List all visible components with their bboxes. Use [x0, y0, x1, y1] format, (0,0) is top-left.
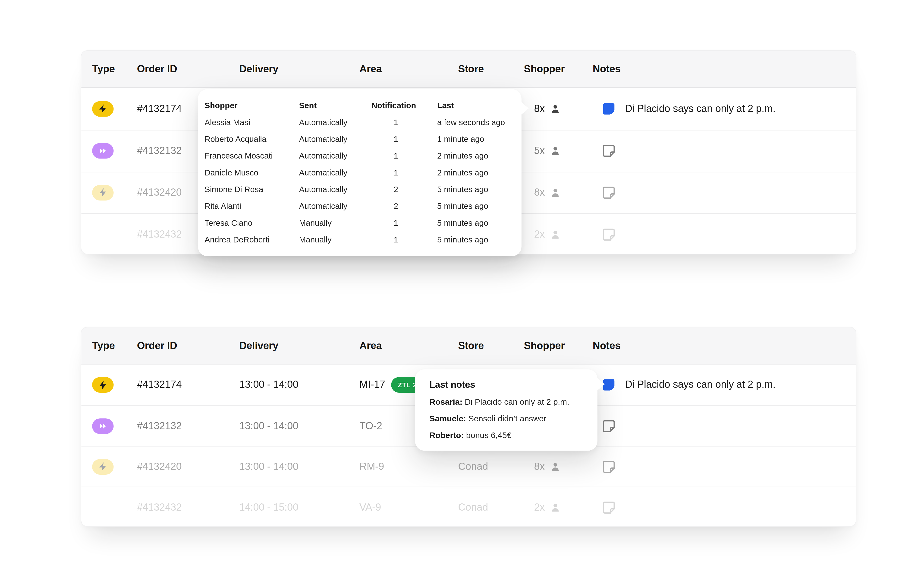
- note-line: Rosaria: Di Placido can only at 2 p.m.: [429, 394, 583, 411]
- sent-mode: Automatically: [299, 134, 371, 143]
- popover-column-notification: Notification: [372, 101, 420, 110]
- notification-count: 1: [372, 151, 420, 160]
- column-header-delivery: Delivery: [239, 340, 359, 352]
- last-time: 5 minutes ago: [420, 185, 512, 194]
- shopper-cell[interactable]: 2x: [524, 229, 592, 241]
- delivery-window: 13:00 - 14:00: [239, 461, 359, 473]
- delivery-window: 13:00 - 14:00: [239, 379, 359, 391]
- notes-cell[interactable]: [592, 185, 856, 200]
- notification-count: 2: [372, 185, 420, 194]
- type-badge-forward: [92, 418, 114, 434]
- table-row[interactable]: #4132420 13:00 - 14:00 RM-9 Conad 8x: [81, 446, 856, 487]
- popover-column-sent: Sent: [299, 101, 371, 110]
- area-code: MI-17: [359, 379, 385, 391]
- delivery-window: 13:00 - 14:00: [239, 420, 359, 432]
- type-badge-instant: [92, 101, 114, 117]
- notes-cell[interactable]: [592, 227, 856, 241]
- notes-cell[interactable]: [592, 418, 856, 433]
- last-time: 2 minutes ago: [420, 151, 512, 160]
- note-icon: [602, 185, 616, 200]
- shopper-count: 2x: [534, 501, 544, 513]
- notes-cell[interactable]: [592, 144, 856, 158]
- column-header-type: Type: [92, 340, 137, 352]
- popover-row: Daniele Musco Automatically 1 2 minutes …: [204, 164, 512, 181]
- store-name: Conad: [458, 461, 524, 473]
- popover-row: Andrea DeRoberti Manually 1 5 minutes ag…: [204, 231, 512, 248]
- sent-mode: Automatically: [299, 117, 371, 126]
- column-header-type: Type: [92, 63, 137, 75]
- popover-arrow: [597, 378, 604, 391]
- note-icon: [602, 500, 616, 515]
- note-text: Di Placido says can only at 2 p.m.: [625, 379, 776, 391]
- column-header-notes: Notes: [592, 340, 856, 352]
- last-notes-title: Last notes: [429, 378, 583, 391]
- note-line: Samuele: Sensoli didn’t answer: [429, 411, 583, 428]
- last-time: a few seconds ago: [420, 117, 512, 126]
- person-icon: [550, 229, 560, 240]
- last-time: 5 minutes ago: [420, 235, 512, 244]
- sent-mode: Automatically: [299, 151, 371, 160]
- person-icon: [550, 502, 560, 512]
- shopper-cell[interactable]: 5x: [524, 145, 592, 157]
- order-id: #4132174: [137, 379, 239, 391]
- column-header-notes: Notes: [592, 63, 856, 75]
- notes-cell[interactable]: Di Placido says can only at 2 p.m.: [592, 102, 856, 116]
- note-icon: [602, 459, 616, 474]
- last-time: 5 minutes ago: [420, 218, 512, 227]
- shopper-cell[interactable]: 8x: [524, 103, 592, 115]
- table-header: Type Order ID Delivery Area Store Shoppe…: [81, 51, 856, 88]
- popover-row: Teresa Ciano Manually 1 5 minutes ago: [204, 214, 512, 231]
- note-body: Di Placido can only at 2 p.m.: [465, 397, 570, 406]
- notification-count: 1: [372, 134, 420, 143]
- area-code: RM-9: [359, 461, 458, 473]
- popover-row: Roberto Acqualia Automatically 1 1 minut…: [204, 131, 512, 147]
- shopper-cell[interactable]: 8x: [524, 461, 592, 473]
- shopper-cell[interactable]: 2x: [524, 501, 592, 513]
- popover-column-last: Last: [420, 101, 512, 110]
- table-header: Type Order ID Delivery Area Store Shoppe…: [81, 328, 856, 364]
- table-row[interactable]: #4132432 14:00 - 15:00 VA-9 Conad 2x: [81, 487, 856, 527]
- note-author: Samuele:: [429, 414, 466, 423]
- order-id: #4132432: [137, 501, 239, 513]
- column-header-area: Area: [359, 340, 458, 352]
- sent-mode: Automatically: [299, 202, 371, 211]
- notification-count: 1: [372, 235, 420, 244]
- person-icon: [550, 187, 560, 198]
- person-icon: [550, 146, 560, 156]
- shopper-count: 8x: [534, 103, 544, 115]
- note-line: Roberto: bonus 6,45€: [429, 428, 583, 444]
- lightning-icon: [98, 104, 108, 114]
- area-code: VA-9: [359, 501, 458, 513]
- popover-column-shopper: Shopper: [204, 101, 299, 110]
- shopper-notifications-popover: Shopper Sent Notification Last Alessia M…: [198, 89, 522, 256]
- column-header-order-id: Order ID: [137, 63, 239, 75]
- shopper-count: 5x: [534, 145, 544, 157]
- person-icon: [550, 103, 560, 114]
- shopper-cell[interactable]: 8x: [524, 187, 592, 199]
- popover-row: Francesca Moscati Automatically 1 2 minu…: [204, 147, 512, 164]
- popover-row: Simone Di Rosa Automatically 2 5 minutes…: [204, 181, 512, 197]
- last-time: 1 minute ago: [420, 134, 512, 143]
- notification-count: 1: [372, 168, 420, 177]
- sent-mode: Automatically: [299, 185, 371, 194]
- sent-mode: Manually: [299, 218, 371, 227]
- notes-cell[interactable]: [592, 500, 856, 515]
- shopper-name: Alessia Masi: [204, 117, 299, 126]
- type-badge-instant-faded: [92, 459, 114, 474]
- lightning-icon: [98, 380, 108, 390]
- type-badge-instant-faded: [92, 185, 114, 200]
- notes-cell[interactable]: Di Placido says can only at 2 p.m.: [592, 378, 856, 392]
- column-header-shopper: Shopper: [524, 63, 592, 75]
- note-author: Roberto:: [429, 431, 464, 440]
- sent-mode: Automatically: [299, 168, 371, 177]
- type-badge-instant: [92, 377, 114, 393]
- shopper-name: Francesca Moscati: [204, 151, 299, 160]
- notes-cell[interactable]: [592, 459, 856, 474]
- column-header-shopper: Shopper: [524, 340, 592, 352]
- shopper-name: Andrea DeRoberti: [204, 235, 299, 244]
- shopper-name: Simone Di Rosa: [204, 185, 299, 194]
- shopper-count: 8x: [534, 187, 544, 199]
- delivery-window: 14:00 - 15:00: [239, 501, 359, 513]
- column-header-store: Store: [458, 340, 524, 352]
- note-body: Sensoli didn’t answer: [468, 414, 546, 423]
